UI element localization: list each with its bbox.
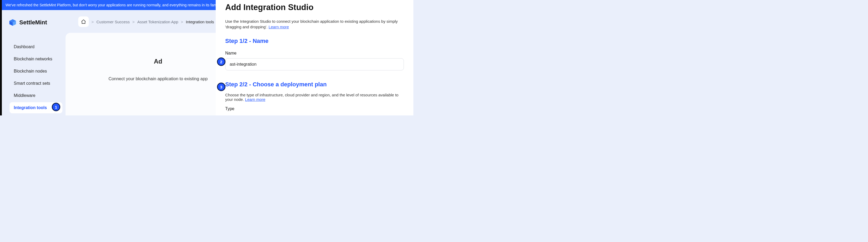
sidebar-item-blockchain-nodes[interactable]: Blockchain nodes xyxy=(9,66,62,77)
breadcrumb: > Customer Success > Asset Tokenization … xyxy=(78,17,214,27)
breadcrumb-separator: > xyxy=(132,20,135,24)
add-integration-panel: Add Integration Studio Use the Integrati… xyxy=(216,0,413,115)
learn-more-link[interactable]: Learn more xyxy=(269,25,289,29)
breadcrumb-item-org[interactable]: Customer Success xyxy=(96,20,130,24)
sidebar-item-label: Blockchain nodes xyxy=(14,69,47,74)
sidebar-item-blockchain-networks[interactable]: Blockchain networks xyxy=(9,53,62,64)
step2-heading: Step 2/2 - Choose a deployment plan xyxy=(225,81,404,88)
sidebar-item-label: Blockchain networks xyxy=(14,57,52,61)
sidebar-item-middleware[interactable]: Middleware xyxy=(9,90,62,101)
banner-text: We've refreshed the SettleMint Platform,… xyxy=(5,3,240,7)
brand-name: SettleMint xyxy=(19,19,47,26)
page-title-partial: Ad xyxy=(154,58,162,65)
sidebar-item-label: Integration tools xyxy=(14,105,47,110)
name-input[interactable] xyxy=(225,58,404,71)
page-subtitle-partial: Connect your blockchain application to e… xyxy=(108,76,208,81)
breadcrumb-separator: > xyxy=(181,20,183,24)
sidebar-nav: Dashboard Blockchain networks Blockchain… xyxy=(9,41,62,113)
sidebar-item-label: Dashboard xyxy=(14,45,34,49)
annotation-badge-3: 3 xyxy=(217,83,225,91)
type-field-label: Type xyxy=(225,106,404,111)
sidebar-item-smart-contract-sets[interactable]: Smart contract sets xyxy=(9,78,62,89)
window-left-edge xyxy=(0,0,2,115)
panel-title: Add Integration Studio xyxy=(225,3,404,12)
learn-more-link-2[interactable]: Learn more xyxy=(245,97,266,102)
home-button[interactable] xyxy=(78,17,89,27)
sidebar-item-dashboard[interactable]: Dashboard xyxy=(9,41,62,52)
annotation-badge-2: 2 xyxy=(217,57,225,66)
name-field-label: Name xyxy=(225,51,404,56)
logo-cube-icon xyxy=(9,19,17,26)
sidebar-item-label: Middleware xyxy=(14,93,35,98)
brand: SettleMint xyxy=(9,19,47,26)
breadcrumb-separator: > xyxy=(91,20,94,24)
breadcrumb-item-app[interactable]: Asset Tokenization App xyxy=(137,20,178,24)
sidebar-item-label: Smart contract sets xyxy=(14,81,50,86)
panel-description: Use the Integration Studio to connect yo… xyxy=(225,19,400,30)
step1-heading: Step 1/2 - Name xyxy=(225,37,404,45)
annotation-badge-1: 1 xyxy=(52,103,60,111)
step2-description: Choose the type of infrastructure, cloud… xyxy=(225,93,404,102)
home-icon xyxy=(81,19,86,24)
breadcrumb-item-section[interactable]: Integration tools xyxy=(186,20,214,24)
